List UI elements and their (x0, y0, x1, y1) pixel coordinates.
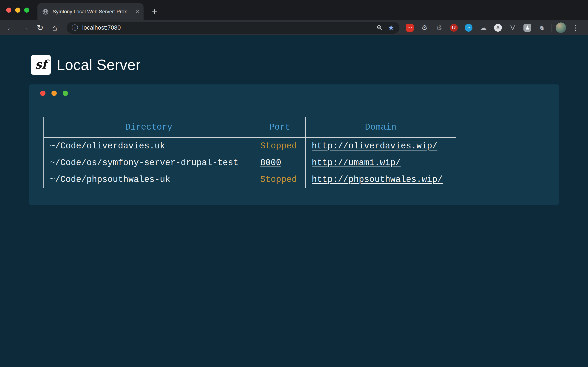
brand-header: sf Local Server (31, 55, 588, 75)
zoom-window-button[interactable] (24, 8, 29, 13)
domain-link[interactable]: http://phpsouthwales.wip/ (312, 175, 443, 184)
zoom-icon[interactable] (376, 24, 383, 31)
ublock-extension-icon[interactable]: U (450, 24, 458, 32)
port-cell[interactable]: 8000 (254, 154, 305, 171)
table-header-row: Directory Port Domain (44, 117, 456, 137)
symfony-logo-text: sf (35, 57, 47, 71)
browser-toolbar: ← → ↻ ⌂ ⓘ localhost:7080 ★ ⋯⚙⚙U◔☁AV♟♞ ⋮ (0, 20, 588, 35)
domain-link[interactable]: http://umami.wip/ (312, 158, 401, 168)
letter-v-extension-icon[interactable]: V (509, 24, 517, 32)
directory-cell: ~/Code/oliverdavies.uk (44, 137, 254, 154)
letter-a-extension-icon[interactable]: A (494, 24, 502, 32)
blue-circle-extension-icon[interactable]: ◔ (465, 24, 473, 32)
forward-icon[interactable]: → (18, 21, 33, 34)
toolbar-separator (551, 24, 552, 32)
directory-cell: ~/Code/os/symfony-server-drupal-test (44, 154, 254, 171)
directory-cell: ~/Code/phpsouthwales-uk (44, 171, 254, 188)
servers-table: Directory Port Domain ~/Code/oliverdavie… (43, 117, 456, 188)
settings-gear-dark-icon[interactable]: ⚙ (435, 24, 443, 32)
screen: { "colors": { "page_bg": "#0c2a39", "pan… (0, 0, 588, 367)
bookmark-star-icon[interactable]: ★ (388, 24, 394, 31)
domain-cell: http://oliverdavies.wip/ (305, 137, 456, 154)
new-tab-button[interactable]: + (149, 6, 160, 17)
port-cell: Stopped (254, 171, 305, 188)
terminal-green-dot-icon (63, 91, 68, 96)
gray-square-extension-icon[interactable]: ♟ (523, 24, 531, 32)
column-header-domain: Domain (305, 117, 456, 137)
tab-favicon-globe-icon (42, 8, 49, 15)
github-octocat-extension-icon[interactable]: ♞ (538, 24, 546, 32)
back-icon[interactable]: ← (3, 21, 18, 34)
cloud-extension-icon[interactable]: ☁ (479, 24, 487, 32)
table-row: ~/Code/oliverdavies.uk Stopped http://ol… (44, 137, 456, 154)
settings-gear-light-icon[interactable]: ⚙ (421, 24, 428, 32)
tab-close-icon[interactable]: × (135, 8, 139, 15)
browser-window: Symfony Local Web Server: Prox × + ← → ↻… (0, 0, 588, 35)
column-header-port: Port (254, 117, 305, 137)
tab-title: Symfony Local Web Server: Prox (52, 9, 133, 15)
terminal-orange-dot-icon (52, 91, 57, 96)
tab-strip: Symfony Local Web Server: Prox × + (0, 0, 588, 20)
domain-cell: http://phpsouthwales.wip/ (305, 171, 456, 188)
browser-tab[interactable]: Symfony Local Web Server: Prox × (37, 3, 144, 20)
page-content: sf Local Server Directory Port Domain ~/… (0, 35, 588, 367)
url-text[interactable]: localhost:7080 (82, 24, 121, 31)
profile-avatar[interactable] (556, 23, 566, 33)
terminal-window-dots (40, 91, 559, 96)
domain-cell: http://umami.wip/ (305, 154, 456, 171)
table-row: ~/Code/os/symfony-server-drupal-test 800… (44, 154, 456, 171)
column-header-directory: Directory (44, 117, 254, 137)
address-bar[interactable]: ⓘ localhost:7080 ★ (67, 22, 399, 34)
extensions: ⋯⚙⚙U◔☁AV♟♞ (406, 24, 546, 32)
domain-link[interactable]: http://oliverdavies.wip/ (312, 141, 437, 151)
site-info-icon[interactable]: ⓘ (72, 23, 78, 32)
window-controls (6, 8, 29, 13)
symfony-logo: sf (31, 55, 51, 75)
password-extension-icon[interactable]: ⋯ (406, 24, 414, 32)
page-title: Local Server (57, 56, 141, 73)
reload-icon[interactable]: ↻ (33, 21, 47, 34)
port-cell: Stopped (254, 137, 305, 154)
close-window-button[interactable] (6, 8, 11, 13)
browser-menu-icon[interactable]: ⋮ (571, 23, 580, 32)
terminal-red-dot-icon (40, 91, 45, 96)
table-row: ~/Code/phpsouthwales-uk Stopped http://p… (44, 171, 456, 188)
minimize-window-button[interactable] (15, 8, 20, 13)
terminal-panel: Directory Port Domain ~/Code/oliverdavie… (29, 84, 559, 205)
home-icon[interactable]: ⌂ (47, 21, 62, 34)
